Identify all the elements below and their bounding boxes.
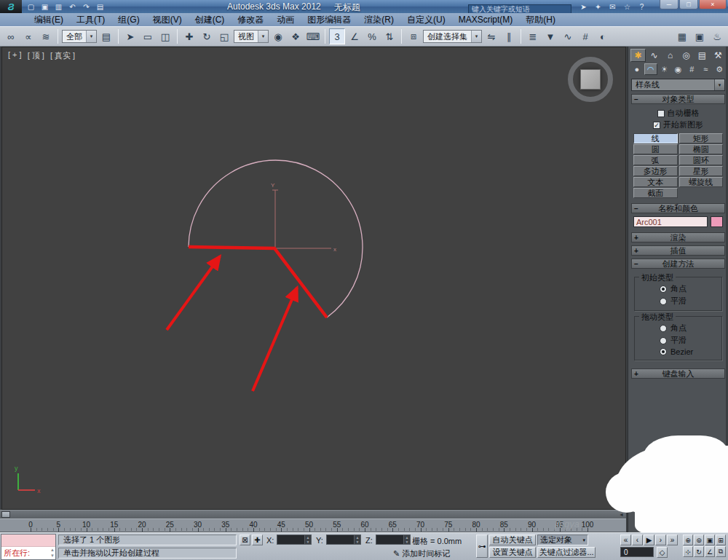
previous-frame-button[interactable]: ‹	[632, 535, 643, 545]
select-and-manipulate-icon[interactable]: ❖	[288, 28, 304, 44]
auto-key-toggle[interactable]: 自动关键点	[489, 535, 536, 545]
button-ellipse[interactable]: 椭圆	[679, 144, 724, 154]
spline-type-dropdown[interactable]: 样条线 ▾	[631, 79, 725, 91]
line-spline[interactable]	[189, 247, 327, 318]
go-to-end-button[interactable]: »	[667, 535, 678, 545]
z-coordinate-field[interactable]: ▲▼	[376, 535, 411, 545]
listener-scroll-arrows[interactable]: ▲▼	[50, 547, 55, 559]
rollout-rendering-header[interactable]: + 渲染	[631, 232, 725, 242]
tab-hierarchy[interactable]: ⌂	[662, 49, 678, 62]
menu-maxscript[interactable]: MAXScript(M)	[452, 15, 520, 25]
window-crossing-icon[interactable]: ◫	[157, 28, 173, 44]
rollout-creation-method-header[interactable]: − 创建方法	[631, 259, 725, 269]
render-icon[interactable]: ♨	[709, 28, 725, 44]
zoom-all-icon[interactable]: ⊚	[694, 535, 704, 545]
category-helpers[interactable]: #	[685, 63, 698, 75]
drag-bezier-radio[interactable]	[660, 348, 667, 355]
schematic-view-icon[interactable]: #	[577, 28, 593, 44]
rectangular-selection-icon[interactable]: ▭	[140, 28, 156, 44]
max-logo-button[interactable]: Ϩ	[0, 0, 22, 13]
zoom-icon[interactable]: ⊕	[683, 535, 693, 545]
time-slider[interactable]: ◄	[0, 510, 626, 518]
save-file-icon[interactable]: ▥	[52, 1, 65, 12]
button-donut[interactable]: 圆环	[679, 155, 724, 165]
y-coordinate-field[interactable]: ▲▼	[326, 535, 361, 545]
menu-graph-editors[interactable]: 图形编辑器	[301, 14, 357, 26]
named-selection-dropdown[interactable]: 创建选择集▾	[423, 30, 482, 43]
category-shapes[interactable]: ◠	[644, 63, 657, 75]
redo-icon[interactable]: ↷	[80, 1, 92, 12]
viewcube[interactable]	[568, 57, 613, 102]
keyboard-override-icon[interactable]: ⌨	[305, 28, 321, 44]
menu-rendering[interactable]: 渲染(R)	[357, 14, 400, 26]
coord-system-dropdown[interactable]: 视图▾	[234, 30, 269, 43]
current-frame-field[interactable]: 0	[620, 547, 654, 557]
button-text[interactable]: 文本	[633, 177, 678, 187]
rendered-frame-icon[interactable]: ▣	[692, 28, 708, 44]
menu-help[interactable]: 帮助(H)	[519, 14, 562, 26]
button-circle[interactable]: 圆	[633, 144, 678, 154]
go-to-start-button[interactable]: «	[620, 535, 631, 545]
object-name-field[interactable]: Arc001	[633, 216, 708, 227]
maximize-button[interactable]: □	[679, 0, 698, 9]
menu-group[interactable]: 组(G)	[111, 14, 146, 26]
snap-toggle-icon[interactable]: 3	[329, 28, 345, 44]
button-helix[interactable]: 螺旋线	[679, 177, 724, 187]
rollout-name-color-header[interactable]: − 名称和颜色	[631, 203, 725, 213]
viewport-menu-shading[interactable]: [ 真实 ]	[50, 50, 75, 61]
menu-tools[interactable]: 工具(T)	[70, 14, 111, 26]
menu-views[interactable]: 视图(V)	[146, 14, 189, 26]
undo-icon[interactable]: ↶	[66, 1, 79, 12]
time-slider-handle[interactable]	[1, 511, 10, 518]
unlink-selection-icon[interactable]: ∝	[20, 28, 36, 44]
time-slider-arrow-icon[interactable]: ◄	[619, 512, 624, 517]
menu-modifiers[interactable]: 修改器	[231, 14, 270, 26]
track-bar[interactable]: 0510152025303540455055606570758085909510…	[0, 518, 626, 532]
tab-motion[interactable]: ◎	[678, 49, 694, 62]
rollout-keyboard-entry-header[interactable]: + 键盘输入	[631, 368, 725, 379]
listener-macro-row[interactable]	[1, 535, 55, 547]
play-animation-button[interactable]: ▶	[644, 535, 654, 545]
set-key-mode-toggle[interactable]: 设置关键点	[489, 547, 536, 558]
subscription-icon[interactable]: ✦	[592, 1, 604, 12]
selection-lock-toggle[interactable]: ⊠	[240, 535, 250, 545]
help-icon[interactable]: ?	[636, 1, 648, 12]
close-button[interactable]: ×	[699, 0, 727, 9]
viewport-menu-view[interactable]: [ 顶 ]	[28, 50, 44, 61]
category-geometry[interactable]: ●	[630, 63, 644, 75]
button-rectangle[interactable]: 矩形	[679, 133, 724, 143]
select-and-link-icon[interactable]: ∞	[3, 28, 19, 44]
fov-icon[interactable]: ∠	[705, 546, 715, 557]
zoom-extents-icon[interactable]: ▣	[705, 535, 715, 545]
button-star[interactable]: 星形	[679, 166, 724, 176]
viewport-canvas[interactable]: Y x y x	[2, 47, 627, 510]
search-go-icon[interactable]: ➤	[577, 1, 590, 12]
category-cameras[interactable]: ◉	[672, 63, 685, 75]
select-and-move-icon[interactable]: ✚	[181, 28, 197, 44]
button-line[interactable]: 线	[633, 133, 678, 143]
key-filters-button[interactable]: 关键点过滤器...	[537, 547, 596, 558]
percent-snap-icon[interactable]: %	[364, 28, 380, 44]
tab-modify[interactable]: ∿	[646, 49, 662, 62]
communication-center-icon[interactable]: ✉	[606, 1, 619, 12]
new-scene-icon[interactable]: ▢	[25, 1, 37, 12]
viewport-top[interactable]: [ + ] [ 顶 ] [ 真实 ] Y x y x	[1, 47, 626, 510]
favorites-icon[interactable]: ☆	[621, 1, 633, 12]
render-setup-icon[interactable]: ▦	[674, 28, 690, 44]
select-by-name-icon[interactable]: ▤	[98, 28, 114, 44]
pan-icon[interactable]: ⊹	[683, 546, 693, 557]
tab-display[interactable]: ▤	[695, 49, 710, 62]
add-time-tag[interactable]: ✎ 添加时间标记	[393, 548, 450, 559]
initial-corner-radio[interactable]	[660, 285, 667, 293]
maxscript-mini-listener[interactable]: 所在行: ▲▼	[1, 534, 56, 560]
menu-edit[interactable]: 编辑(E)	[28, 14, 70, 26]
orbit-icon[interactable]: ↻	[694, 546, 704, 557]
mirror-icon[interactable]: ⇋	[483, 28, 499, 44]
start-new-shape-checkbox[interactable]	[653, 122, 660, 129]
edit-named-selections-icon[interactable]: ⧈	[405, 28, 422, 44]
tab-utilities[interactable]: ⚒	[711, 49, 726, 62]
listener-script-row[interactable]: 所在行: ▲▼	[1, 547, 55, 559]
initial-smooth-radio[interactable]	[660, 298, 667, 305]
layer-manager-icon[interactable]: ≣	[525, 28, 541, 44]
maximize-viewport-toggle[interactable]: ⧉	[716, 546, 726, 557]
